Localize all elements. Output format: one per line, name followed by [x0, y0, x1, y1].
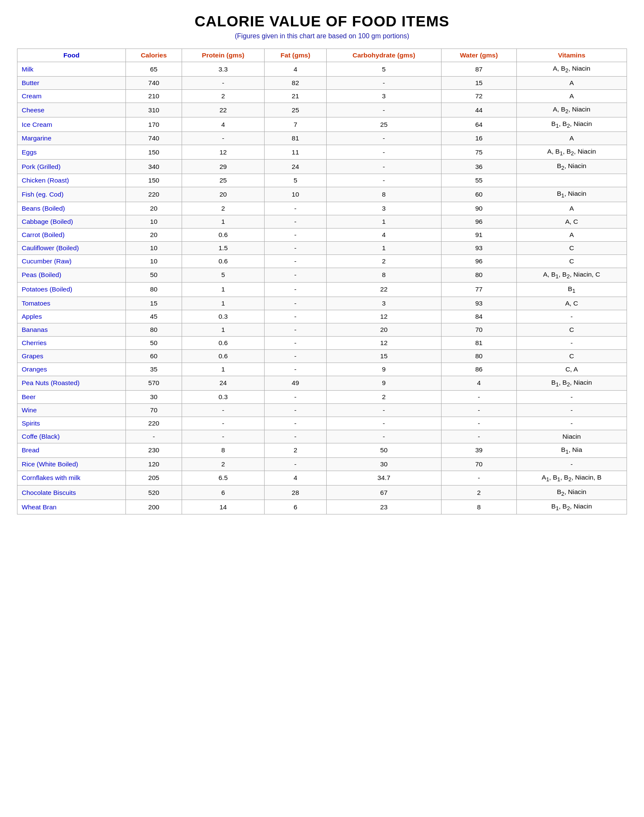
cell-carbohydrate: 30	[326, 457, 441, 471]
cell-vitamins: B1, Nia	[516, 443, 627, 457]
cell-protein: 6	[182, 486, 264, 500]
cell-calories: 310	[126, 103, 182, 117]
cell-fat: 2	[265, 443, 327, 457]
cell-fat: -	[265, 336, 327, 349]
cell-water: 8	[442, 500, 517, 514]
cell-fat: 25	[265, 103, 327, 117]
cell-calories: 45	[126, 310, 182, 323]
cell-water: 96	[442, 215, 517, 228]
cell-carbohydrate: 67	[326, 486, 441, 500]
cell-vitamins: C	[516, 349, 627, 363]
cell-fat: -	[265, 215, 327, 228]
cell-calories: 20	[126, 202, 182, 215]
cell-calories: 10	[126, 254, 182, 268]
cell-calories: 60	[126, 349, 182, 363]
cell-calories: 70	[126, 403, 182, 417]
col-header-calories: Calories	[126, 49, 182, 62]
cell-water: 93	[442, 297, 517, 310]
cell-protein: 25	[182, 174, 264, 187]
cell-water: 72	[442, 90, 517, 103]
cell-protein: 2	[182, 90, 264, 103]
cell-fat: -	[265, 323, 327, 336]
cell-food: Milk	[17, 62, 126, 77]
cell-water: 87	[442, 62, 517, 77]
cell-carbohydrate: -	[326, 174, 441, 187]
cell-fat: -	[265, 457, 327, 471]
table-row: Spirits220-----	[17, 417, 627, 430]
cell-food: Cheese	[17, 103, 126, 117]
cell-food: Grapes	[17, 349, 126, 363]
cell-vitamins: A	[516, 202, 627, 215]
cell-water: 93	[442, 241, 517, 254]
cell-food: Apples	[17, 310, 126, 323]
cell-calories: 50	[126, 336, 182, 349]
cell-food: Wine	[17, 403, 126, 417]
cell-vitamins: A1, B1, B2, Niacin, B	[516, 471, 627, 485]
cell-calories: 15	[126, 297, 182, 310]
table-row: Ice Cream170472564B1, B2, Niacin	[17, 117, 627, 132]
cell-calories: 80	[126, 282, 182, 297]
cell-protein: 24	[182, 376, 264, 390]
cell-calories: 740	[126, 77, 182, 90]
cell-carbohydrate: 3	[326, 90, 441, 103]
cell-calories: 170	[126, 117, 182, 132]
cell-food: Chicken (Roast)	[17, 174, 126, 187]
cell-vitamins: C	[516, 241, 627, 254]
cell-calories: 570	[126, 376, 182, 390]
table-row: Apples450.3-1284-	[17, 310, 627, 323]
cell-vitamins: A, B1, B2, Niacin, C	[516, 268, 627, 282]
cell-calories: 10	[126, 215, 182, 228]
cell-water: 36	[442, 160, 517, 174]
cell-vitamins: A, C	[516, 297, 627, 310]
cell-food: Cabbage (Boiled)	[17, 215, 126, 228]
cell-calories: 340	[126, 160, 182, 174]
col-header-vitamins: Vitamins	[516, 49, 627, 62]
cell-vitamins: A, B2, Niacin	[516, 62, 627, 77]
cell-calories: 210	[126, 90, 182, 103]
cell-vitamins: C	[516, 254, 627, 268]
cell-food: Wheat Bran	[17, 500, 126, 514]
cell-calories: 200	[126, 500, 182, 514]
table-row: Pea Nuts (Roasted)570244994B1, B2, Niaci…	[17, 376, 627, 390]
subtitle: (Figures given in this chart are based o…	[17, 32, 627, 40]
cell-vitamins	[516, 174, 627, 187]
cell-protein: 0.6	[182, 349, 264, 363]
cell-protein: 1	[182, 282, 264, 297]
cell-vitamins: B1, Niacin	[516, 187, 627, 202]
cell-fat: -	[265, 297, 327, 310]
cell-water: 75	[442, 145, 517, 160]
table-row: Margarine740-81-16A	[17, 132, 627, 145]
food-table: Food Calories Protein (gms) Fat (gms) Ca…	[17, 49, 627, 514]
cell-calories: 150	[126, 145, 182, 160]
cell-food: Bananas	[17, 323, 126, 336]
table-row: Cheese3102225-44A, B2, Niacin	[17, 103, 627, 117]
col-header-carbohydrate: Carbohydrate (gms)	[326, 49, 441, 62]
cell-protein: 8	[182, 443, 264, 457]
cell-food: Eggs	[17, 145, 126, 160]
cell-calories: 20	[126, 228, 182, 241]
cell-vitamins: A	[516, 132, 627, 145]
cell-vitamins: -	[516, 417, 627, 430]
cell-protein: 1	[182, 215, 264, 228]
table-row: Cucumber (Raw)100.6-296C	[17, 254, 627, 268]
table-row: Milk653.34587A, B2, Niacin	[17, 62, 627, 77]
cell-food: Oranges	[17, 363, 126, 376]
cell-food: Beer	[17, 390, 126, 403]
cell-calories: 520	[126, 486, 182, 500]
cell-food: Spirits	[17, 417, 126, 430]
cell-food: Potatoes (Boiled)	[17, 282, 126, 297]
cell-protein: 12	[182, 145, 264, 160]
table-row: Cabbage (Boiled)101-196A, C	[17, 215, 627, 228]
table-body: Milk653.34587A, B2, NiacinButter740-82-1…	[17, 62, 627, 514]
cell-carbohydrate: 50	[326, 443, 441, 457]
cell-fat: 7	[265, 117, 327, 132]
cell-water: 70	[442, 323, 517, 336]
cell-food: Cherries	[17, 336, 126, 349]
cell-fat: 82	[265, 77, 327, 90]
cell-food: Rice (White Boiled)	[17, 457, 126, 471]
cell-water: 15	[442, 77, 517, 90]
cell-calories: 120	[126, 457, 182, 471]
cell-carbohydrate: 3	[326, 202, 441, 215]
cell-protein: 0.6	[182, 336, 264, 349]
cell-water: 60	[442, 187, 517, 202]
